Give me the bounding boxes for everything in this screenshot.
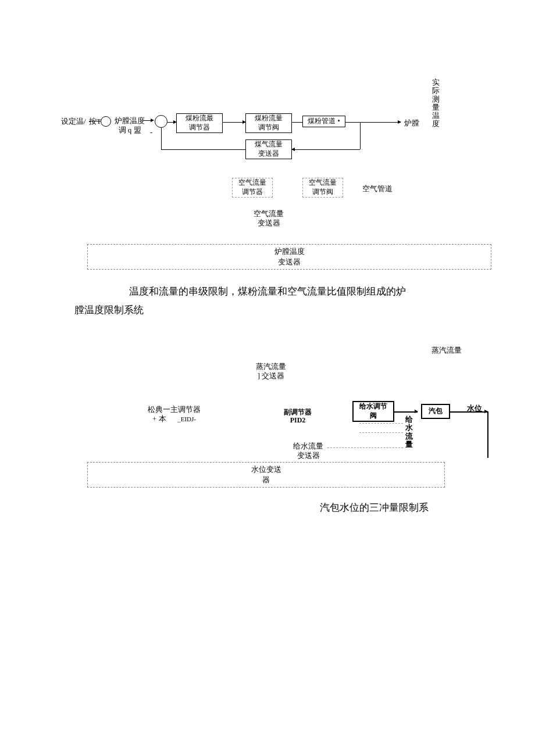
text: 副调节器 xyxy=(284,408,312,416)
steam-flow-label: 蒸汽流量 xyxy=(431,346,462,355)
text: 调节阀 xyxy=(312,188,333,197)
text: 调节阀 xyxy=(258,123,279,132)
drum-box: 汽包 xyxy=(421,404,450,419)
text: 汽包 xyxy=(429,407,443,416)
text: _EIDJ- xyxy=(177,415,196,422)
diagram-2-caption: 汽包水位的三冲量限制系 xyxy=(320,498,429,518)
water-level-transmitter-box: 水位变送 器 xyxy=(87,462,445,488)
dashed-line xyxy=(359,432,403,433)
text: ] 交送器 xyxy=(258,371,285,380)
sum-node-2 xyxy=(155,115,167,128)
arrow-icon xyxy=(450,411,487,413)
coal-flow-valve-box: 煤粉流量 调节阀 xyxy=(245,113,292,133)
line xyxy=(161,127,162,149)
text: PID2 xyxy=(290,416,306,424)
arrow-icon xyxy=(345,122,401,123)
set-temp-label: 设定温/ xyxy=(61,117,86,126)
text: 给水调节 xyxy=(359,402,387,411)
text: 煤气流量 xyxy=(255,140,283,149)
sub-controller-label: 副调节器 PID2 xyxy=(284,408,312,425)
water-flow-transmitter-label: 给水流量 变送器 xyxy=(293,442,323,460)
diagram-1-caption-cont: 膛温度限制系统 xyxy=(74,300,144,320)
steam-flow-transmitter-label: 蒸汽流量 ] 交送器 xyxy=(256,362,286,380)
text: 空气流量 xyxy=(254,209,284,218)
text: 器 xyxy=(262,475,270,484)
water-valve-box: 给水调节 阀 xyxy=(352,401,394,422)
line xyxy=(161,149,245,150)
feed-water-flow-vert-label: 给水流量 xyxy=(405,415,413,449)
text: 调节器 xyxy=(189,123,210,132)
diagram-1-caption: 温度和流量的串级限制，煤粉流量和空气流量比值限制组成的炉 xyxy=(129,282,480,302)
furnace-temp-transmitter-box: 炉膛温度 变送器 xyxy=(87,244,491,270)
text: 调节器 xyxy=(242,188,263,197)
text: 变送器 xyxy=(258,218,280,227)
line xyxy=(360,122,361,149)
gas-flow-transmitter-box: 煤气流量 变送器 xyxy=(245,139,292,159)
actual-measured-temp-label: 实际测量温度 xyxy=(431,78,440,128)
dashed-line xyxy=(327,447,403,448)
line xyxy=(292,122,302,123)
arrow-icon xyxy=(223,122,245,123)
text: 变送器 xyxy=(258,149,279,159)
furnace-label: 炉膛 xyxy=(404,119,419,128)
text: 空气流量 xyxy=(309,178,337,188)
text: 煤粉管道 • xyxy=(308,117,340,126)
furnace-temp-ctrl-label: 炉膛温度 调 q 盟 xyxy=(115,116,145,134)
set-temp-strike: 按T xyxy=(89,117,101,126)
text: 变送器 xyxy=(278,257,301,266)
text: 蒸汽流量 xyxy=(256,362,286,371)
sum-node-1 xyxy=(101,116,111,127)
text: 炉膛温度 xyxy=(274,247,305,256)
text: 煤粉流最 xyxy=(186,114,213,123)
text: 松典一主调节器 xyxy=(148,405,201,414)
arrow-icon xyxy=(143,120,154,121)
text: 炉膛温度 xyxy=(115,116,145,125)
text: 变送器 xyxy=(297,451,320,460)
text: 煤粉流量 xyxy=(255,114,283,123)
text: 水位变送 xyxy=(251,465,281,474)
coal-flow-controller-box: 煤粉流最 调节器 xyxy=(176,113,223,133)
air-pipe-label: 空气管道 xyxy=(362,184,393,194)
text: 空气流量 xyxy=(238,178,266,188)
arrow-icon xyxy=(394,411,418,413)
text: 阀 xyxy=(370,411,377,421)
dashed-line xyxy=(359,423,403,424)
main-controller-label: 松典一主调节器 + 本 _EIDJ- xyxy=(148,405,201,423)
air-flow-transmitter-label: 空气流量 变送器 xyxy=(254,209,284,227)
minus-label: - xyxy=(150,128,152,137)
text: + 本 xyxy=(152,414,166,423)
air-flow-valve-box: 空气流量 调节阀 xyxy=(302,178,343,198)
line xyxy=(487,411,488,458)
air-flow-controller-box: 空气流量 调节器 xyxy=(232,178,273,198)
text: 调 q 盟 xyxy=(119,126,141,134)
text: 给水流量 xyxy=(293,442,323,450)
arrow-icon xyxy=(167,122,176,123)
text: 温度和流量的串级限制，煤粉流量和空气流量比值限制组成的炉 xyxy=(129,286,406,297)
coal-pipe-box: 煤粉管道 • xyxy=(302,116,345,127)
arrow-icon xyxy=(292,149,360,150)
